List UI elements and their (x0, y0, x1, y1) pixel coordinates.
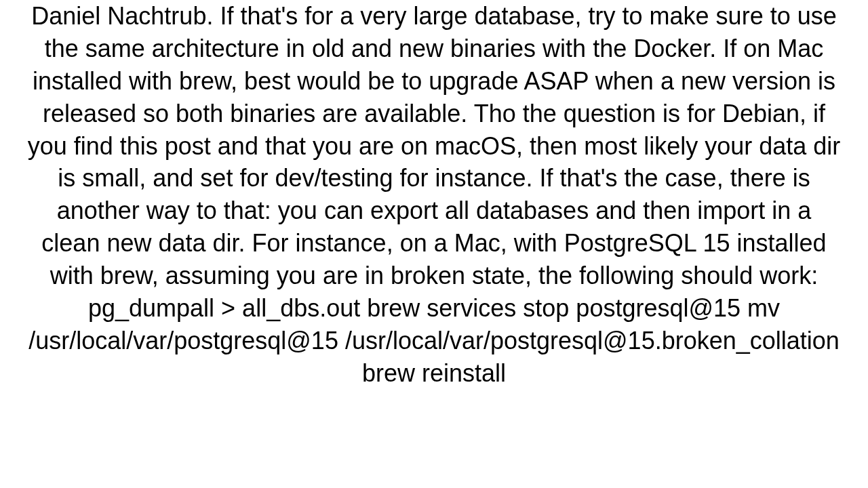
document-body: Daniel Nachtrub. If that's for a very la… (0, 0, 868, 390)
